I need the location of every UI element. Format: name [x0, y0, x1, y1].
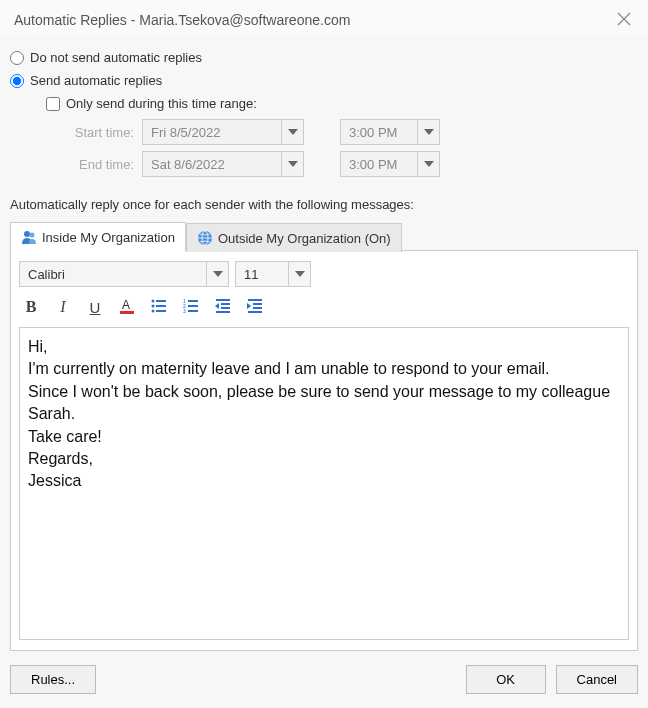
svg-point-6 [24, 231, 30, 237]
svg-marker-5 [424, 161, 434, 167]
svg-rect-33 [253, 303, 262, 305]
dialog-content: Do not send automatic replies Send autom… [0, 36, 648, 651]
svg-text:3: 3 [183, 308, 186, 314]
chevron-down-icon [281, 152, 303, 176]
font-name-dropdown[interactable]: Calibri [19, 261, 229, 287]
tab-strip: Inside My Organization Outside My Organi… [10, 222, 638, 251]
bold-icon: B [26, 298, 37, 316]
svg-rect-27 [216, 299, 230, 301]
bullet-list-icon [150, 297, 168, 318]
start-time-value: 3:00 PM [341, 125, 417, 140]
bullet-list-button[interactable] [147, 295, 171, 319]
decrease-indent-button[interactable] [211, 295, 235, 319]
titlebar: Automatic Replies - Maria.Tsekova@softwa… [0, 0, 648, 36]
svg-point-17 [152, 304, 155, 307]
svg-marker-4 [288, 161, 298, 167]
svg-marker-31 [215, 303, 219, 309]
svg-rect-23 [188, 310, 198, 312]
dont-send-radio[interactable] [10, 51, 24, 65]
tab-inside-label: Inside My Organization [42, 230, 175, 245]
end-time-row: End time: Sat 8/6/2022 3:00 PM [46, 151, 638, 177]
font-size-dropdown[interactable]: 11 [235, 261, 311, 287]
dont-send-radio-row[interactable]: Do not send automatic replies [10, 50, 638, 65]
end-time-dropdown[interactable]: 3:00 PM [340, 151, 440, 177]
svg-rect-21 [188, 300, 198, 302]
svg-rect-29 [221, 307, 230, 309]
underline-icon: U [90, 299, 101, 316]
increase-indent-icon [246, 297, 264, 318]
send-label: Send automatic replies [30, 73, 162, 88]
message-textarea[interactable]: Hi, I'm currently on maternity leave and… [19, 327, 629, 640]
svg-rect-34 [253, 307, 262, 309]
font-size-value: 11 [236, 267, 288, 282]
increase-indent-button[interactable] [243, 295, 267, 319]
close-icon [617, 12, 631, 29]
start-time-dropdown[interactable]: 3:00 PM [340, 119, 440, 145]
svg-rect-14 [120, 311, 134, 314]
dialog-footer: Rules... OK Cancel [0, 651, 648, 708]
dont-send-label: Do not send automatic replies [30, 50, 202, 65]
svg-marker-12 [295, 271, 305, 277]
svg-rect-28 [221, 303, 230, 305]
end-time-label: End time: [46, 157, 142, 172]
automatic-replies-dialog: Automatic Replies - Maria.Tsekova@softwa… [0, 0, 648, 708]
svg-rect-16 [156, 300, 166, 302]
send-radio[interactable] [10, 74, 24, 88]
ok-button[interactable]: OK [466, 665, 546, 694]
rules-button[interactable]: Rules... [10, 665, 96, 694]
start-time-row: Start time: Fri 8/5/2022 3:00 PM [46, 119, 638, 145]
chevron-down-icon [206, 262, 228, 286]
start-date-value: Fri 8/5/2022 [143, 125, 281, 140]
start-date-dropdown[interactable]: Fri 8/5/2022 [142, 119, 304, 145]
svg-rect-18 [156, 305, 166, 307]
italic-button[interactable]: I [51, 295, 75, 319]
chevron-down-icon [417, 120, 439, 144]
font-color-icon: A [118, 297, 136, 318]
font-name-value: Calibri [20, 267, 206, 282]
chevron-down-icon [281, 120, 303, 144]
svg-marker-3 [424, 129, 434, 135]
svg-marker-2 [288, 129, 298, 135]
cancel-button[interactable]: Cancel [556, 665, 638, 694]
spacer [106, 665, 455, 694]
decrease-indent-icon [214, 297, 232, 318]
italic-icon: I [60, 298, 65, 316]
editor-panel: Calibri 11 B I U A 123 [10, 250, 638, 651]
underline-button[interactable]: U [83, 295, 107, 319]
font-toolbar: Calibri 11 [19, 261, 629, 287]
bold-button[interactable]: B [19, 295, 43, 319]
chevron-down-icon [417, 152, 439, 176]
dialog-title: Automatic Replies - Maria.Tsekova@softwa… [14, 12, 350, 28]
tab-outside-label: Outside My Organization (On) [218, 231, 391, 246]
end-date-value: Sat 8/6/2022 [143, 157, 281, 172]
svg-rect-35 [248, 311, 262, 313]
svg-rect-30 [216, 311, 230, 313]
send-radio-row[interactable]: Send automatic replies [10, 73, 638, 88]
end-time-value: 3:00 PM [341, 157, 417, 172]
time-range-label: Only send during this time range: [66, 96, 257, 111]
format-toolbar: B I U A 123 [19, 295, 629, 319]
chevron-down-icon [288, 262, 310, 286]
globe-icon [197, 230, 213, 246]
svg-rect-22 [188, 305, 198, 307]
svg-marker-11 [213, 271, 223, 277]
tab-outside-org[interactable]: Outside My Organization (On) [186, 223, 402, 252]
numbered-list-button[interactable]: 123 [179, 295, 203, 319]
svg-point-19 [152, 309, 155, 312]
svg-point-15 [152, 299, 155, 302]
info-text: Automatically reply once for each sender… [10, 197, 638, 212]
close-button[interactable] [614, 10, 634, 30]
numbered-list-icon: 123 [182, 297, 200, 318]
time-range-check-row[interactable]: Only send during this time range: [46, 96, 638, 111]
svg-marker-36 [247, 303, 251, 309]
end-date-dropdown[interactable]: Sat 8/6/2022 [142, 151, 304, 177]
font-color-button[interactable]: A [115, 295, 139, 319]
start-time-label: Start time: [46, 125, 142, 140]
svg-point-7 [30, 233, 35, 238]
people-icon [21, 229, 37, 245]
svg-rect-32 [248, 299, 262, 301]
svg-text:A: A [122, 298, 130, 312]
time-range-checkbox[interactable] [46, 97, 60, 111]
svg-rect-20 [156, 310, 166, 312]
tab-inside-org[interactable]: Inside My Organization [10, 222, 186, 251]
